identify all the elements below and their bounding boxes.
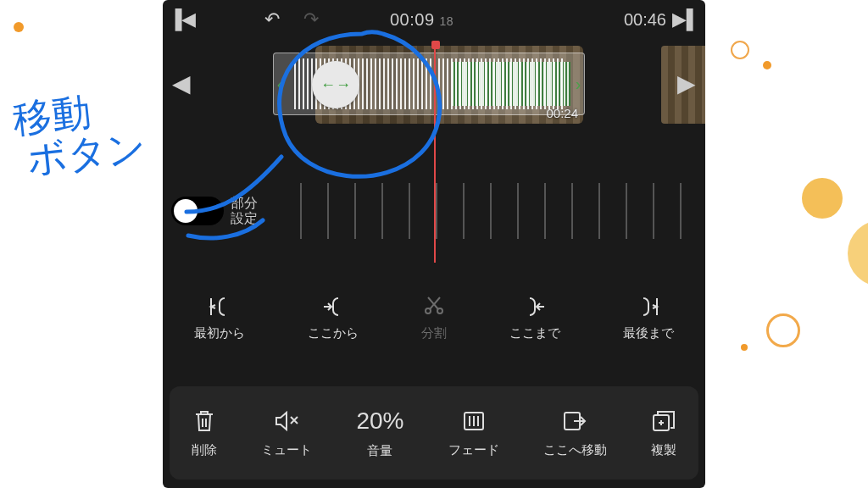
decor-dot [766,313,800,347]
trash-icon [193,408,215,434]
fade-icon [462,408,486,434]
move-handle-button[interactable]: ←→ [312,61,359,108]
volume-button[interactable]: 20% 音量 [356,408,403,459]
trim-to-end-button[interactable]: 最後まで [623,295,674,341]
move-here-icon [562,408,587,434]
decor-dot [763,61,771,69]
timecode-duration: 00:46 [624,10,666,30]
move-here-button[interactable]: ここへ移動 [543,408,607,458]
trim-from-start-button[interactable]: 最初から [194,295,245,341]
timecode-current: 00:0918 [390,10,453,30]
bottom-toolbar: 削除 ミュート 20% 音量 フェード ここへ移動 複製 [170,386,698,480]
trim-to-here-icon [523,295,547,319]
trim-to-end-icon [637,295,660,319]
delete-button[interactable]: 削除 [192,408,217,458]
partial-settings-toggle[interactable] [171,197,224,225]
trim-to-here-button[interactable]: ここまで [509,295,560,341]
editor-panel: ▐◀ ↶ ↷ 00:0918 00:46 ▶▌ ◀ 00:24 ‹ › ←→ [163,0,705,488]
scrub-right-button[interactable]: ▶ [673,68,700,98]
next-clip-button[interactable]: ▶▌ [666,0,705,39]
ruler[interactable] [275,183,705,239]
split-scissors-icon [423,295,445,319]
undo-button[interactable]: ↶ [253,0,292,39]
fade-button[interactable]: フェード [448,408,499,458]
mute-button[interactable]: ミュート [261,408,312,458]
trim-from-here-icon [321,295,345,319]
duplicate-button[interactable]: 複製 [651,408,676,458]
top-bar: ▐◀ ↶ ↷ 00:0918 00:46 ▶▌ [163,0,705,39]
volume-value: 20% [356,408,403,435]
decor-dot [802,178,843,219]
decor-dot [848,220,868,286]
audio-trim-right-handle[interactable]: › [570,53,586,114]
trim-from-here-button[interactable]: ここから [308,295,359,341]
speaker-mute-icon [274,408,299,434]
decor-dot [14,22,24,32]
split-button[interactable]: 分割 [421,295,447,341]
duplicate-icon [651,408,676,434]
prev-clip-button[interactable]: ▐◀ [163,0,202,39]
trim-from-start-icon [208,295,231,319]
audio-trim-left-handle[interactable]: ‹ [272,53,287,114]
decor-dot [741,344,748,351]
redo-button[interactable]: ↷ [292,0,331,39]
playhead[interactable] [434,42,436,263]
decor-dot [731,41,749,59]
scrub-left-button[interactable]: ◀ [168,68,195,98]
move-arrows-icon: ←→ [320,76,351,94]
partial-settings-label: 部分設定 [231,196,258,227]
toggle-knob [174,199,198,223]
handwritten-annotation: 移動 ボタン [11,86,148,181]
trim-toolbar: 最初から ここから 分割 ここまで 最後まで [163,286,705,349]
